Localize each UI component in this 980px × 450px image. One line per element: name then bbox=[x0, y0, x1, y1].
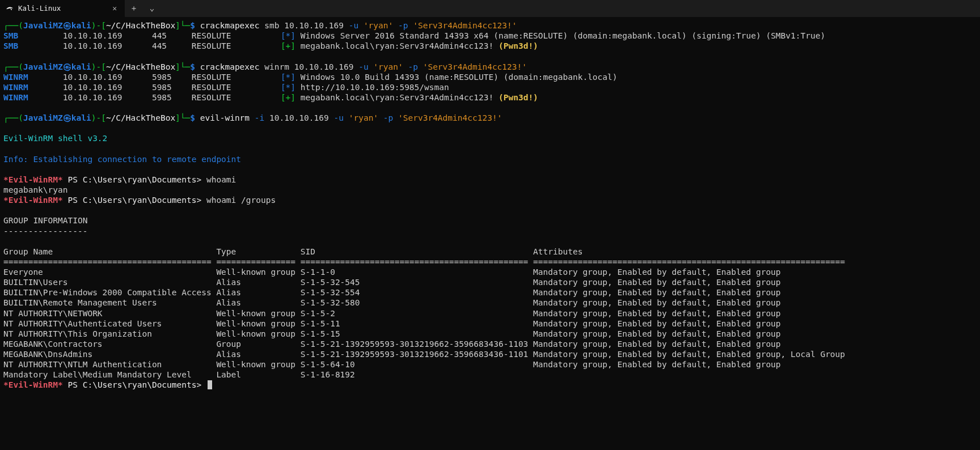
close-icon[interactable]: ✕ bbox=[110, 4, 119, 13]
tab-kali[interactable]: Kali-Linux ✕ bbox=[0, 0, 125, 17]
tab-dropdown-button[interactable]: ⌄ bbox=[143, 0, 161, 17]
kali-icon bbox=[6, 5, 14, 12]
new-tab-button[interactable]: ＋ bbox=[125, 0, 143, 17]
terminal-output[interactable]: ┌──(JavaliMZ㉿kali)-[~/C/HackTheBox]└─$ c… bbox=[0, 17, 980, 394]
tab-title: Kali-Linux bbox=[18, 4, 61, 13]
titlebar: Kali-Linux ✕ ＋ ⌄ bbox=[0, 0, 980, 17]
cursor bbox=[208, 380, 212, 389]
